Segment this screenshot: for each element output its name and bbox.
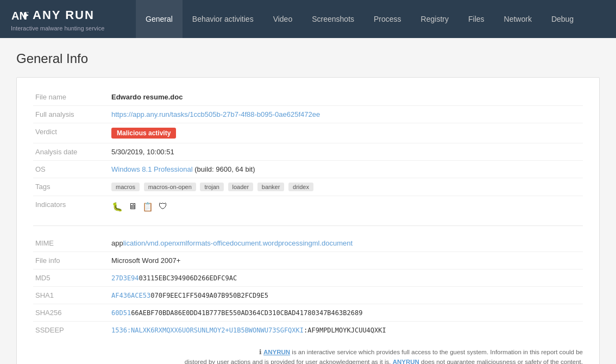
logo-area: ANY ANY RUN Interactive malware hunting … <box>11 7 114 32</box>
label-sha1: SHA1 <box>33 287 109 304</box>
row-sha1: SHA1 AF436ACE53070F9EEC1FF5049A07B950B2F… <box>33 287 583 304</box>
notice-box: ℹ ANYRUN is an interactive service which… <box>33 347 583 364</box>
ssdeep-hash: 1536:NALXK6RXMQXX6UORSUNLMOY2+U1B5BWONWU… <box>111 327 386 334</box>
indicators-container: 🐛 🖥 📋 🛡 <box>111 200 581 212</box>
label-md5: MD5 <box>33 269 109 287</box>
value-filename: Edwardo resume.doc <box>109 89 583 106</box>
label-ssdeep: SSDEEP <box>33 322 109 339</box>
value-analysis-date: 5/30/2019, 10:00:51 <box>109 143 583 161</box>
logo-top: ANY ANY RUN <box>11 7 114 24</box>
indicator-bug-icon: 🐛 <box>111 200 123 212</box>
label-fileinfo: File info <box>33 252 109 269</box>
nav-video[interactable]: Video <box>263 0 303 38</box>
nav-process[interactable]: Process <box>364 0 411 38</box>
value-sha256: 60D5166AEBF70BDA86E0DD41B777BE550AD364CD… <box>109 304 583 322</box>
hash-table: MIME application/vnd.openxmlformats-offi… <box>33 235 583 338</box>
info-table: File name Edwardo resume.doc Full analys… <box>33 89 583 217</box>
value-mime: application/vnd.openxmlformats-officedoc… <box>109 235 583 252</box>
row-verdict: Verdict Malicious activity <box>33 123 583 143</box>
value-tags: macros macros-on-open trojan loader bank… <box>109 178 583 196</box>
indicator-shield-icon: 🛡 <box>157 200 169 212</box>
row-ssdeep: SSDEEP 1536:NALXK6RXMQXX6UORSUNLMOY2+U1B… <box>33 322 583 339</box>
notice-text-2: does not guarantee maliciousness or safe… <box>421 359 583 364</box>
os-value: Windows 8.1 Professional <box>111 165 193 173</box>
tag-trojan: trojan <box>200 183 224 191</box>
ssdeep-prefix: 1536:NALXK6RXMQXX6UORSUNLMOY2+U1B5BWONWU… <box>111 327 304 334</box>
sha1-suffix: 070F9EEC1FF5049A07B950B2FCD9E5 <box>150 292 268 299</box>
section-divider <box>33 225 583 226</box>
sha256-prefix: 60D51 <box>111 309 131 317</box>
anyrun-logo-icon: ANY <box>11 7 28 24</box>
mime-link-text: application/vnd.openxmlformats-officedoc… <box>111 239 353 247</box>
row-tags: Tags macros macros-on-open trojan loader… <box>33 178 583 196</box>
notice-info-icon: ℹ <box>259 349 263 355</box>
nav-screenshots[interactable]: Screenshots <box>302 0 364 38</box>
md5-hash: 27D3E9403115EBC394906D266EDFC9AC <box>111 274 237 282</box>
value-indicators: 🐛 🖥 📋 🛡 <box>109 196 583 217</box>
notice-anyrun-link-1[interactable]: ANYRUN <box>263 349 290 355</box>
logo-text: ANY RUN <box>33 8 95 22</box>
nav-registry[interactable]: Registry <box>411 0 458 38</box>
indicator-file-icon: 📋 <box>142 200 154 212</box>
label-indicators: Indicators <box>33 196 109 217</box>
row-md5: MD5 27D3E9403115EBC394906D266EDFC9AC <box>33 269 583 287</box>
nav-network[interactable]: Network <box>494 0 542 38</box>
full-analysis-link[interactable]: https://app.any.run/tasks/1ccb505b-27b7-… <box>111 110 320 118</box>
sha256-hash: 60D5166AEBF70BDA86E0DD41B777BE550AD364CD… <box>111 309 362 317</box>
tag-dridex: dridex <box>288 183 313 191</box>
nav-behavior[interactable]: Behavior activities <box>183 0 263 38</box>
value-full-analysis: https://app.any.run/tasks/1ccb505b-27b7-… <box>109 106 583 123</box>
md5-prefix: 27D3E94 <box>111 274 139 282</box>
sha1-prefix: AF436ACE53 <box>111 292 150 299</box>
main-nav: General Behavior activities Video Screen… <box>136 0 583 38</box>
label-verdict: Verdict <box>33 123 109 143</box>
header: ANY ANY RUN Interactive malware hunting … <box>0 0 616 38</box>
nav-files[interactable]: Files <box>458 0 494 38</box>
row-sha256: SHA256 60D5166AEBF70BDA86E0DD41B777BE550… <box>33 304 583 322</box>
label-mime: MIME <box>33 235 109 252</box>
row-os: OS Windows 8.1 Professional (build: 9600… <box>33 161 583 178</box>
label-sha256: SHA256 <box>33 304 109 322</box>
general-info-card: File name Edwardo resume.doc Full analys… <box>16 77 600 364</box>
tag-macros-on-open: macros-on-open <box>144 183 196 191</box>
mime-prefix: app <box>111 239 123 247</box>
row-indicators: Indicators 🐛 🖥 📋 🛡 <box>33 196 583 217</box>
mime-link[interactable]: lication/vnd.openxmlformats-officedocume… <box>123 239 353 247</box>
os-build-text: (build: 9600, 64 bit) <box>194 165 255 173</box>
indicator-network-icon: 🖥 <box>127 200 139 212</box>
sha256-suffix: 66AEBF70BDA86E0DD41B777BE550AD364CD310CB… <box>131 309 362 317</box>
row-fileinfo: File info Microsoft Word 2007+ <box>33 252 583 269</box>
sha1-hash: AF436ACE53070F9EEC1FF5049A07B950B2FCD9E5 <box>111 292 268 299</box>
tag-banker: banker <box>257 183 285 191</box>
value-sha1: AF436ACE53070F9EEC1FF5049A07B950B2FCD9E5 <box>109 287 583 304</box>
nav-general[interactable]: General <box>136 0 183 38</box>
row-analysis-date: Analysis date 5/30/2019, 10:00:51 <box>33 143 583 161</box>
notice-anyrun-link-2[interactable]: ANYRUN <box>393 359 419 364</box>
value-verdict: Malicious activity <box>109 123 583 143</box>
label-analysis-date: Analysis date <box>33 143 109 161</box>
value-fileinfo: Microsoft Word 2007+ <box>109 252 583 269</box>
page-title: General Info <box>16 51 600 66</box>
label-os: OS <box>33 161 109 178</box>
tag-macros: macros <box>111 183 140 191</box>
label-tags: Tags <box>33 178 109 196</box>
label-full-analysis: Full analysis <box>33 106 109 123</box>
value-ssdeep: 1536:NALXK6RXMQXX6UORSUNLMOY2+U1B5BWONWU… <box>109 322 583 339</box>
label-filename: File name <box>33 89 109 106</box>
main-content: General Info File name Edwardo resume.do… <box>0 38 616 364</box>
value-os: Windows 8.1 Professional (build: 9600, 6… <box>109 161 583 178</box>
row-filename: File name Edwardo resume.doc <box>33 89 583 106</box>
verdict-badge: Malicious activity <box>111 128 176 139</box>
tag-loader: loader <box>228 183 254 191</box>
nav-debug[interactable]: Debug <box>542 0 583 38</box>
row-mime: MIME application/vnd.openxmlformats-offi… <box>33 235 583 252</box>
ssdeep-suffix: :AF9MPDLMOYKJCUU4QXKI <box>304 327 386 334</box>
value-md5: 27D3E9403115EBC394906D266EDFC9AC <box>109 269 583 287</box>
logo-sub: Interactive malware hunting service <box>11 25 114 32</box>
row-full-analysis: Full analysis https://app.any.run/tasks/… <box>33 106 583 123</box>
md5-suffix: 03115EBC394906D266EDFC9AC <box>139 274 237 282</box>
